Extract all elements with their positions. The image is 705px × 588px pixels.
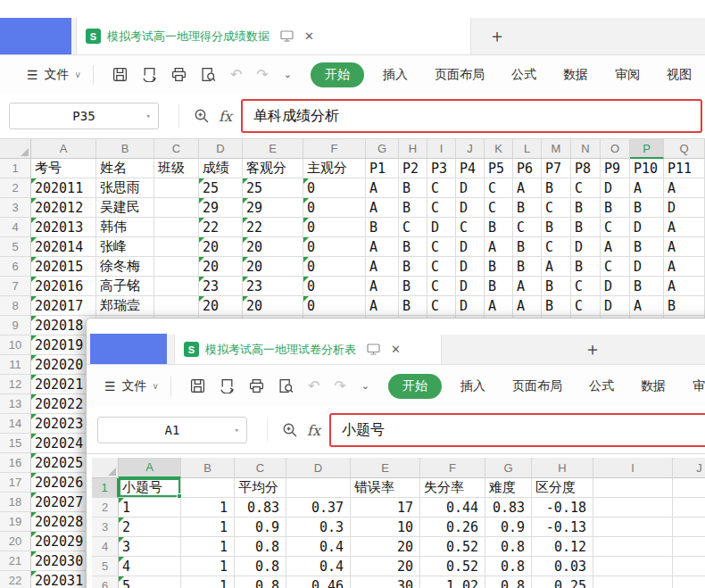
cell-H4[interactable]: 0.12 [532,537,593,557]
row-header-3[interactable]: 3 [0,198,31,218]
cell-O8[interactable]: D [601,296,630,316]
ribbon-tab-审阅[interactable]: 审阅 [693,378,705,394]
print-button[interactable] [249,378,264,393]
cell-J5[interactable] [673,557,705,576]
row-header-4[interactable]: 4 [0,218,31,237]
cell-G7[interactable]: A [366,277,399,296]
row-header-4[interactable]: 4 [92,537,119,557]
cell-G1[interactable]: 难度 [485,478,532,498]
cell-E3[interactable]: 10 [351,518,420,537]
column-header-M[interactable]: M [542,139,571,159]
ribbon-tab-页面布局[interactable]: 页面布局 [435,67,485,83]
cell-P3[interactable]: B [630,198,664,218]
cell-O7[interactable]: D [601,277,630,296]
cell-Q3[interactable]: D [664,198,705,218]
cell-F1[interactable]: 失分率 [420,478,485,498]
cell-P6[interactable]: D [630,257,664,277]
row-header-6[interactable]: 6 [0,257,31,277]
new-tab-button[interactable]: ＋ [577,335,608,364]
column-header-F[interactable]: F [420,458,485,478]
cell-N8[interactable]: C [571,296,601,316]
column-header-B[interactable]: B [181,458,235,478]
cell-O5[interactable]: A [601,237,630,257]
row-header-20[interactable]: 20 [0,532,31,551]
column-header-J[interactable]: J [673,458,705,478]
select-all-corner[interactable] [92,458,119,478]
cell-I7[interactable]: C [427,277,456,296]
cell-H6[interactable]: 0.25 [532,576,593,588]
cell-K5[interactable]: A [485,237,513,257]
cell-B4[interactable]: 1 [181,537,235,557]
cell-G3[interactable]: A [366,198,399,218]
cell-P2[interactable]: A [630,178,664,198]
cell-H5[interactable]: 0.03 [532,557,593,576]
cell-M8[interactable]: B [542,296,571,316]
cell-D2[interactable]: 25 [199,178,243,198]
cell-C6[interactable]: 0.8 [235,576,286,588]
cell-C5[interactable] [154,237,199,257]
row-header-16[interactable]: 16 [0,453,31,473]
tab-close-icon[interactable]: ✕ [391,344,401,355]
cell-I8[interactable]: C [427,296,456,316]
formula-input[interactable]: 单科成绩分析 [241,99,702,133]
cell-G6[interactable]: 0.8 [485,576,532,588]
cell-G4[interactable]: B [366,218,399,237]
cell-J6[interactable]: D [456,257,485,277]
row-header-2[interactable]: 2 [0,178,31,198]
undo-button[interactable]: ↶ [308,379,319,393]
cell-I3[interactable]: C [427,198,456,218]
cell-H4[interactable]: C [399,218,427,237]
cell-H2[interactable]: -0.18 [532,498,593,518]
insert-function-icon[interactable]: fx [307,422,320,439]
cell-K1[interactable]: P5 [485,159,513,178]
cell-D6[interactable]: 0.46 [286,576,351,588]
cell-F8[interactable]: 0 [303,296,366,316]
ribbon-tab-页面布局[interactable]: 页面布局 [512,378,562,394]
cell-E4[interactable]: 22 [243,218,303,237]
row-header-8[interactable]: 8 [0,296,31,316]
cell-A6[interactable]: 202015 [31,257,96,277]
cell-J4[interactable]: C [456,218,485,237]
cell-G6[interactable]: A [366,257,399,277]
cell-C5[interactable]: 0.8 [235,557,286,576]
cell-D8[interactable]: 20 [199,296,243,316]
cell-Q4[interactable]: A [664,218,705,237]
ribbon-tab-开始[interactable]: 开始 [388,374,442,399]
cell-N2[interactable]: C [571,178,601,198]
cell-A5[interactable]: 4 [119,557,181,576]
column-header-B[interactable]: B [96,139,154,159]
cell-N3[interactable]: B [571,198,601,218]
cell-A8[interactable]: 202017 [31,296,96,316]
cell-B3[interactable]: 1 [181,518,235,537]
cell-C2[interactable]: 0.83 [235,498,286,518]
cell-P4[interactable]: D [630,218,664,237]
cell-E3[interactable]: 29 [243,198,303,218]
cell-G3[interactable]: 0.9 [485,518,532,537]
row-header-13[interactable]: 13 [0,394,31,414]
column-header-I[interactable]: I [593,458,673,478]
toolbar-more-icon[interactable]: ⌄ [284,69,292,80]
file-menu[interactable]: ☰ 文件 ∨ [104,378,159,394]
cell-E1[interactable]: 客观分 [243,159,303,178]
cell-E1[interactable]: 错误率 [351,478,420,498]
cell-I2[interactable] [593,498,673,518]
cell-E2[interactable]: 17 [351,498,420,518]
column-header-K[interactable]: K [485,139,513,159]
cell-I5[interactable]: C [427,237,456,257]
ribbon-tab-审阅[interactable]: 审阅 [615,67,640,83]
cell-A5[interactable]: 202014 [31,237,96,257]
cell-F5[interactable]: 0 [303,237,366,257]
cell-H5[interactable]: B [399,237,427,257]
cell-Q5[interactable]: A [664,237,705,257]
cell-E2[interactable]: 25 [243,178,303,198]
cell-C1[interactable]: 平均分 [235,478,286,498]
cell-E4[interactable]: 20 [351,537,420,557]
cell-P8[interactable]: A [630,296,664,316]
cell-J5[interactable]: D [456,237,485,257]
row-header-22[interactable]: 22 [0,571,31,588]
tab-close-icon[interactable]: ✕ [304,30,314,42]
export-pdf-button[interactable] [142,67,157,82]
cell-Q8[interactable]: B [664,296,705,316]
cell-C2[interactable] [154,178,199,198]
row-header-1[interactable]: 1 [0,159,31,178]
